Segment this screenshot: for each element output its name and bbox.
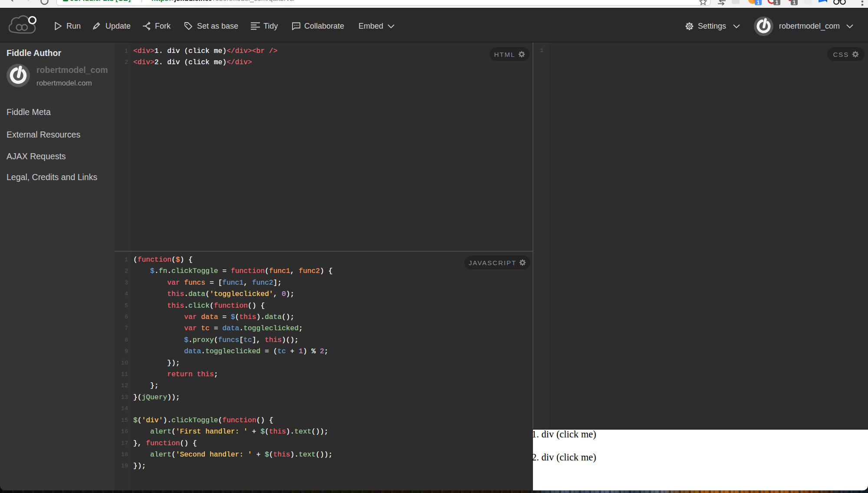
svg-text:1: 1 xyxy=(757,0,760,6)
svg-text:1: 1 xyxy=(776,0,779,6)
svg-text:1: 1 xyxy=(793,0,796,6)
